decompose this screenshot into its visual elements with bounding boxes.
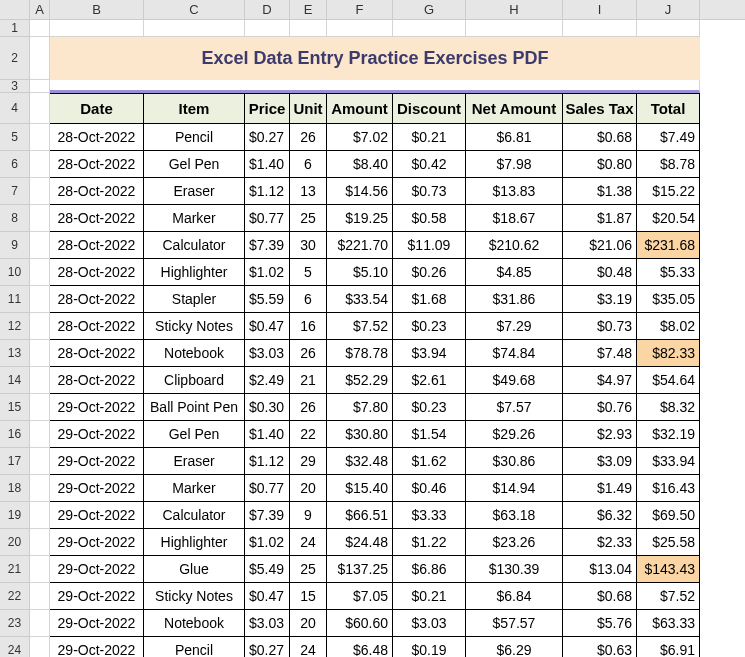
cell-amount[interactable]: $7.05 [327,583,393,610]
cell-tax[interactable]: $21.06 [563,232,637,259]
header-item[interactable]: Item [144,93,245,124]
cell-unit[interactable]: 26 [290,394,327,421]
cell-item[interactable]: Pencil [144,124,245,151]
cell-total[interactable]: $231.68 [637,232,700,259]
cell-total[interactable]: $8.32 [637,394,700,421]
cell[interactable] [30,232,50,259]
row-header-1[interactable]: 1 [0,20,29,37]
cell-item[interactable]: Calculator [144,232,245,259]
cell[interactable] [393,20,466,37]
cell-tax[interactable]: $1.49 [563,475,637,502]
cell-item[interactable]: Clipboard [144,367,245,394]
cell[interactable] [30,259,50,286]
cell-price[interactable]: $0.30 [245,394,290,421]
cell-unit[interactable]: 16 [290,313,327,340]
cell-discount[interactable]: $1.22 [393,529,466,556]
cell-total[interactable]: $32.19 [637,421,700,448]
cell-net[interactable]: $18.67 [466,205,563,232]
cell-tax[interactable]: $6.32 [563,502,637,529]
cell[interactable] [30,529,50,556]
cell[interactable] [563,20,637,37]
cell-price[interactable]: $1.40 [245,421,290,448]
cell-item[interactable]: Stapler [144,286,245,313]
cell-amount[interactable]: $15.40 [327,475,393,502]
cell-total[interactable]: $5.33 [637,259,700,286]
cell-unit[interactable]: 26 [290,340,327,367]
cell-unit[interactable]: 21 [290,367,327,394]
cell-tax[interactable]: $3.19 [563,286,637,313]
col-header-I[interactable]: I [563,0,637,19]
cell-unit[interactable]: 26 [290,124,327,151]
cell[interactable] [30,80,50,93]
cell[interactable] [30,124,50,151]
row-header-20[interactable]: 20 [0,529,29,556]
cell[interactable] [50,20,144,37]
cell-date[interactable]: 29-Oct-2022 [50,556,144,583]
cell-total[interactable]: $8.02 [637,313,700,340]
cell-item[interactable]: Eraser [144,178,245,205]
cell-amount[interactable]: $7.52 [327,313,393,340]
cell-discount[interactable]: $0.46 [393,475,466,502]
cell[interactable] [30,178,50,205]
cell-amount[interactable]: $66.51 [327,502,393,529]
cell-total[interactable]: $33.94 [637,448,700,475]
cell-date[interactable]: 28-Oct-2022 [50,151,144,178]
cell-date[interactable]: 29-Oct-2022 [50,502,144,529]
cell-price[interactable]: $0.77 [245,475,290,502]
cell-net[interactable]: $210.62 [466,232,563,259]
header-total[interactable]: Total [637,93,700,124]
cell-date[interactable]: 29-Oct-2022 [50,421,144,448]
col-header-H[interactable]: H [466,0,563,19]
cell-amount[interactable]: $19.25 [327,205,393,232]
cell-total[interactable]: $6.91 [637,637,700,657]
cell-tax[interactable]: $1.87 [563,205,637,232]
cell[interactable] [30,20,50,37]
cell-net[interactable]: $31.86 [466,286,563,313]
cell[interactable] [30,637,50,657]
cell-unit[interactable]: 24 [290,529,327,556]
row-header-13[interactable]: 13 [0,340,29,367]
cell-amount[interactable]: $5.10 [327,259,393,286]
cell-total[interactable]: $8.78 [637,151,700,178]
col-header-E[interactable]: E [290,0,327,19]
cell-price[interactable]: $5.49 [245,556,290,583]
cell-date[interactable]: 28-Oct-2022 [50,313,144,340]
cell-amount[interactable]: $24.48 [327,529,393,556]
cell-item[interactable]: Notebook [144,340,245,367]
cell-unit[interactable]: 24 [290,637,327,657]
cell-unit[interactable]: 5 [290,259,327,286]
cell-discount[interactable]: $3.33 [393,502,466,529]
cell-amount[interactable]: $221.70 [327,232,393,259]
cell-price[interactable]: $0.77 [245,205,290,232]
cell-total[interactable]: $15.22 [637,178,700,205]
row-header-15[interactable]: 15 [0,394,29,421]
cell[interactable] [30,37,50,80]
col-header-A[interactable]: A [30,0,50,19]
cell-amount[interactable]: $7.02 [327,124,393,151]
col-header-F[interactable]: F [327,0,393,19]
cell-item[interactable]: Highlighter [144,529,245,556]
cell[interactable] [637,20,700,37]
cell-total[interactable]: $7.49 [637,124,700,151]
row-header-18[interactable]: 18 [0,475,29,502]
cell-net[interactable]: $49.68 [466,367,563,394]
cell-amount[interactable]: $7.80 [327,394,393,421]
cell-discount[interactable]: $0.19 [393,637,466,657]
cell-price[interactable]: $1.12 [245,178,290,205]
select-all-corner[interactable] [0,0,30,20]
cell-item[interactable]: Eraser [144,448,245,475]
cell-price[interactable]: $7.39 [245,232,290,259]
cell[interactable] [290,20,327,37]
cell-tax[interactable]: $7.48 [563,340,637,367]
cell-price[interactable]: $0.47 [245,583,290,610]
row-header-4[interactable]: 4 [0,93,29,124]
cell-total[interactable]: $7.52 [637,583,700,610]
cell-discount[interactable]: $0.42 [393,151,466,178]
cell-item[interactable]: Ball Point Pen [144,394,245,421]
cell[interactable] [30,151,50,178]
cell-date[interactable]: 29-Oct-2022 [50,475,144,502]
cell-price[interactable]: $0.27 [245,637,290,657]
cell-discount[interactable]: $1.54 [393,421,466,448]
cell-item[interactable]: Calculator [144,502,245,529]
cell-discount[interactable]: $0.73 [393,178,466,205]
